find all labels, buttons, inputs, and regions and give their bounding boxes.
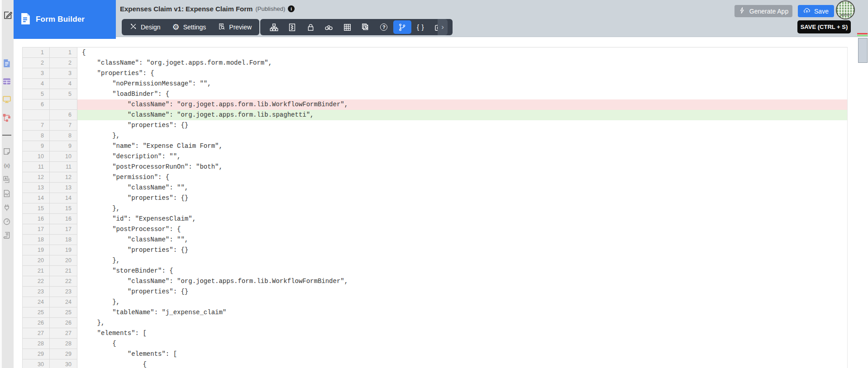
notes-icon[interactable] — [2, 147, 12, 156]
line-number-old: 15 — [23, 203, 50, 214]
code-line[interactable]: "className": "org.joget.apps.form.model.… — [77, 58, 847, 68]
line-number-new: 1 — [50, 47, 77, 58]
code-line[interactable]: "className": "org.joget.apps.form.lib.sp… — [77, 110, 847, 120]
line-number-old: 12 — [23, 172, 50, 183]
code-line[interactable]: "description": "", — [77, 151, 847, 162]
line-number-old: 10 — [23, 151, 50, 162]
tab-preview[interactable]: Preview — [212, 19, 258, 35]
line-number-old: 29 — [23, 349, 50, 359]
code-line[interactable]: "properties": {} — [77, 245, 847, 255]
json-diff-editor[interactable]: 11{22 "className": "org.joget.apps.form.… — [22, 47, 848, 368]
process-builder-icon[interactable] — [2, 113, 12, 122]
diff-row: 1010 "description": "", — [23, 151, 847, 162]
diff-row: 2727 "elements": [ — [23, 328, 847, 339]
line-number-new: 8 — [50, 131, 77, 141]
code-line[interactable]: }, — [77, 203, 847, 214]
code-line[interactable]: "elements": [ — [77, 328, 847, 339]
help-icon[interactable]: ? — [375, 20, 393, 34]
builder-sidebar: {x} — [0, 0, 14, 368]
line-number-old: 7 — [23, 120, 50, 131]
compare-files-icon[interactable] — [357, 20, 375, 34]
find-icon[interactable] — [320, 20, 339, 34]
line-number-new: 16 — [50, 214, 77, 224]
form-element-icon[interactable] — [283, 20, 302, 34]
line-number-old: 21 — [23, 266, 50, 276]
code-line[interactable]: }, — [77, 318, 847, 328]
save-button[interactable]: Save — [798, 5, 834, 17]
permission-lock-icon[interactable] — [301, 20, 320, 34]
log-icon[interactable] — [2, 231, 12, 240]
save-tooltip: SAVE (CTRL + S) — [797, 20, 851, 33]
plugin-icon[interactable] — [2, 203, 12, 212]
code-line[interactable]: "storeBinder": { — [77, 266, 847, 276]
userview-builder-icon[interactable] — [2, 95, 12, 104]
datalist-builder-icon[interactable] — [2, 77, 12, 86]
code-line[interactable]: "id": "ExpensesClaim", — [77, 214, 847, 224]
line-number-old: 20 — [23, 255, 50, 266]
tab-label: Preview — [229, 24, 252, 31]
code-line[interactable]: "properties": {} — [77, 120, 847, 131]
json-braces-icon[interactable]: { } — [411, 20, 430, 34]
edit-pencil-icon[interactable] — [2, 9, 14, 21]
line-number-new: 25 — [50, 307, 77, 318]
info-icon[interactable]: i — [288, 5, 295, 12]
diff-row: 77 "properties": {} — [23, 120, 847, 131]
code-line[interactable]: "loadBinder": { — [77, 89, 847, 99]
line-number-new: 28 — [50, 339, 77, 349]
grid-icon[interactable] — [338, 20, 357, 34]
code-line[interactable]: }, — [77, 131, 847, 141]
code-line[interactable]: "properties": { — [77, 68, 847, 79]
scrollbar-thumb[interactable] — [858, 38, 868, 63]
code-line[interactable]: { — [77, 339, 847, 349]
line-number-old — [23, 110, 50, 120]
diff-row: 1717 "postProcessor": { — [23, 224, 847, 235]
generate-app-button[interactable]: Generate App — [734, 5, 792, 17]
code-line[interactable]: "tableName": "j_expense_claim" — [77, 307, 847, 318]
diff-row: 1111 "postProcessorRunOn": "both", — [23, 162, 847, 172]
tab-design[interactable]: Design — [124, 19, 167, 35]
diff-row: 22 "className": "org.joget.apps.form.mod… — [23, 58, 847, 68]
variables-icon[interactable]: {x} — [2, 161, 12, 170]
performance-icon[interactable] — [2, 217, 12, 226]
code-line[interactable]: { — [77, 359, 847, 368]
line-number-old: 2 — [23, 58, 50, 68]
localization-icon[interactable] — [2, 175, 12, 184]
code-line[interactable]: "name": "Expense Claim Form", — [77, 141, 847, 151]
line-number-new: 19 — [50, 245, 77, 255]
code-line[interactable]: "permission": { — [77, 172, 847, 183]
code-line[interactable]: "className": "org.joget.apps.form.lib.Wo… — [77, 276, 847, 287]
diff-row: 55 "loadBinder": { — [23, 89, 847, 99]
line-number-old: 19 — [23, 245, 50, 255]
tab-label: Design — [141, 24, 161, 31]
diff-row: 2929 "elements": [ — [23, 349, 847, 359]
cloud-upload-icon — [803, 7, 811, 15]
line-number-new: 26 — [50, 318, 77, 328]
form-builder-icon[interactable] — [2, 59, 12, 68]
code-line[interactable]: "className": "", — [77, 183, 847, 193]
sitemap-icon[interactable] — [265, 20, 283, 34]
code-line[interactable]: "properties": {} — [77, 193, 847, 203]
code-line[interactable]: "elements": [ — [77, 349, 847, 359]
code-line[interactable]: "postProcessorRunOn": "both", — [77, 162, 847, 172]
diff-row: 1515 }, — [23, 203, 847, 214]
code-line[interactable]: }, — [77, 297, 847, 307]
report-icon[interactable] — [2, 189, 12, 198]
more-tools-chevron-icon[interactable]: › — [438, 19, 448, 35]
diff-row: 2222 "className": "org.joget.apps.form.l… — [23, 276, 847, 287]
form-builder-brand[interactable]: Form Builder — [14, 0, 116, 39]
diff-branch-icon[interactable] — [393, 20, 412, 34]
code-line[interactable]: "postProcessor": { — [77, 224, 847, 235]
code-line[interactable]: "className": "org.joget.apps.form.lib.Wo… — [77, 99, 847, 110]
code-line[interactable]: { — [77, 47, 847, 58]
tab-settings[interactable]: ⚙Settings — [167, 19, 212, 35]
line-number-new: 24 — [50, 297, 77, 307]
diff-added-marker — [857, 35, 868, 36]
code-line[interactable]: "properties": {} — [77, 287, 847, 297]
diff-row: 2323 "properties": {} — [23, 287, 847, 297]
code-line[interactable]: }, — [77, 255, 847, 266]
code-line[interactable]: "className": "", — [77, 235, 847, 245]
code-line[interactable]: "noPermissionMessage": "", — [77, 79, 847, 89]
line-number-new: 18 — [50, 235, 77, 245]
diff-row: 1212 "permission": { — [23, 172, 847, 183]
user-avatar[interactable]: admin — [836, 0, 855, 19]
